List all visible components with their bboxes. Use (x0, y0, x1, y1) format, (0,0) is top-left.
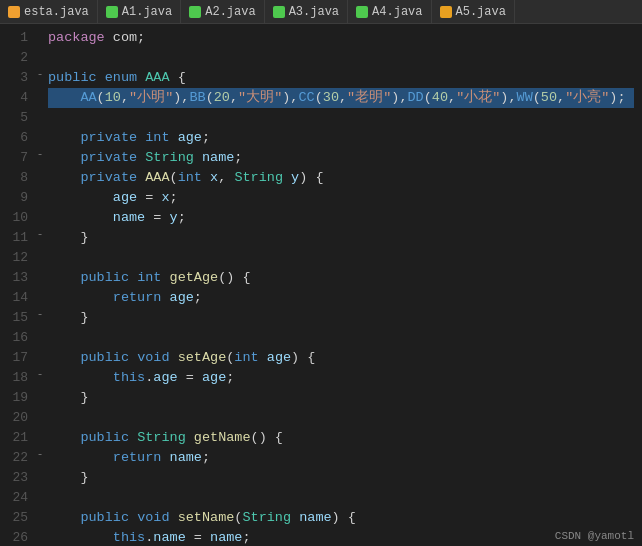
tab-a5-java[interactable]: A5.java (432, 0, 515, 24)
fold-line11[interactable]: - (32, 228, 48, 240)
line-15: } (48, 308, 634, 328)
line-numbers: 1 2 3 4 5 6 7 8 9 10 11 12 13 14 15 16 1… (0, 28, 32, 546)
line-16 (48, 328, 634, 348)
line-2 (48, 48, 634, 68)
line-4: AA(10,"小明"),BB(20,"大明"),CC(30,"老明"),DD(4… (48, 88, 634, 108)
tab-a2-java[interactable]: A2.java (181, 0, 264, 24)
tab-icon-a1 (106, 6, 118, 18)
code-lines: package com; public enum AAA { AA(10,"小明… (48, 28, 642, 546)
line-13: public int getAge() { (48, 268, 634, 288)
line-26: this.name = name; (48, 528, 634, 546)
line-8: private AAA(int x, String y) { (48, 168, 634, 188)
tab-label-a5: A5.java (456, 5, 506, 19)
line-12 (48, 248, 634, 268)
line-6: private int age; (48, 128, 634, 148)
tab-label-a1: A1.java (122, 5, 172, 19)
tab-icon-a5 (440, 6, 452, 18)
tab-icon-esta (8, 6, 20, 18)
tab-icon-a4 (356, 6, 368, 18)
line-25: public void setName(String name) { (48, 508, 634, 528)
tab-icon-a2 (189, 6, 201, 18)
line-18: this.age = age; (48, 368, 634, 388)
tab-icon-a3 (273, 6, 285, 18)
line-20 (48, 408, 634, 428)
fold-line3[interactable]: - (32, 68, 48, 80)
status-label: CSDN @yamotl (555, 530, 634, 542)
tab-a1-java[interactable]: A1.java (98, 0, 181, 24)
code-container: 1 2 3 4 5 6 7 8 9 10 11 12 13 14 15 16 1… (0, 24, 642, 546)
line-17: public void setAge(int age) { (48, 348, 634, 368)
tab-label-a2: A2.java (205, 5, 255, 19)
line-21: public String getName() { (48, 428, 634, 448)
line-1: package com; (48, 28, 634, 48)
status-bar: CSDN @yamotl (555, 530, 634, 542)
line-11: } (48, 228, 634, 248)
fold-line15[interactable]: - (32, 308, 48, 320)
line-9: age = x; (48, 188, 634, 208)
line-5 (48, 108, 634, 128)
tab-a4-java[interactable]: A4.java (348, 0, 431, 24)
line-23: } (48, 468, 634, 488)
line-10: name = y; (48, 208, 634, 228)
line-19: } (48, 388, 634, 408)
tab-bar: esta.java A1.java A2.java A3.java A4.jav… (0, 0, 642, 24)
editor-area: 1 2 3 4 5 6 7 8 9 10 11 12 13 14 15 16 1… (0, 24, 642, 546)
tab-a3-java[interactable]: A3.java (265, 0, 348, 24)
tab-label-a3: A3.java (289, 5, 339, 19)
fold-line18[interactable]: - (32, 368, 48, 380)
line-7: private String name; (48, 148, 634, 168)
gutter: - - - - - - (32, 28, 48, 546)
line-22: return name; (48, 448, 634, 468)
fold-line22[interactable]: - (32, 448, 48, 460)
tab-esta-java[interactable]: esta.java (0, 0, 98, 24)
line-24 (48, 488, 634, 508)
fold-line7[interactable]: - (32, 148, 48, 160)
line-14: return age; (48, 288, 634, 308)
tab-label-esta: esta.java (24, 5, 89, 19)
line-3: public enum AAA { (48, 68, 634, 88)
tab-label-a4: A4.java (372, 5, 422, 19)
